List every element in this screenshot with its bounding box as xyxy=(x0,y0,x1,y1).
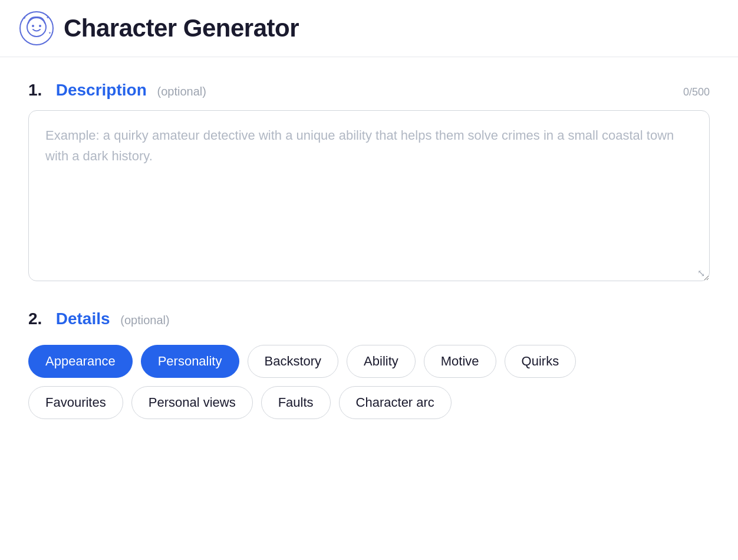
description-textarea-wrapper: ⤡ xyxy=(28,110,710,284)
section-2-optional: (optional) xyxy=(120,314,169,327)
app-title: Character Generator xyxy=(64,14,299,42)
svg-text:✦: ✦ xyxy=(46,15,50,19)
tag-appearance[interactable]: Appearance xyxy=(28,345,133,378)
details-section: 2. Details (optional) Appearance Persona… xyxy=(28,309,710,419)
main-content: 1. Description (optional) 0/500 ⤡ 2. Det… xyxy=(0,57,738,443)
section-2-number: 2. xyxy=(28,309,42,328)
tags-row-1: Appearance Personality Backstory Ability… xyxy=(28,345,710,378)
section-2-label: Details xyxy=(56,309,110,328)
tag-quirks[interactable]: Quirks xyxy=(505,345,576,378)
tag-backstory[interactable]: Backstory xyxy=(248,345,339,378)
app-logo-icon: ✦ ✦ ✦ xyxy=(19,11,54,46)
tag-favourites[interactable]: Favourites xyxy=(28,386,123,419)
svg-point-2 xyxy=(32,25,34,27)
section-1-label: Description xyxy=(56,81,147,99)
description-input[interactable] xyxy=(28,110,710,281)
description-section-header: 1. Description (optional) 0/500 xyxy=(28,81,710,100)
tags-row-2: Favourites Personal views Faults Charact… xyxy=(28,386,710,419)
tag-personal-views[interactable]: Personal views xyxy=(131,386,253,419)
tag-motive[interactable]: Motive xyxy=(424,345,496,378)
svg-text:✦: ✦ xyxy=(48,31,51,35)
tag-faults[interactable]: Faults xyxy=(261,386,331,419)
char-count: 0/500 xyxy=(683,86,710,98)
svg-point-3 xyxy=(39,25,41,27)
tag-personality[interactable]: Personality xyxy=(141,345,239,378)
tag-character-arc[interactable]: Character arc xyxy=(339,386,452,419)
tag-ability[interactable]: Ability xyxy=(347,345,416,378)
tags-container: Appearance Personality Backstory Ability… xyxy=(28,345,710,419)
section-1-optional: (optional) xyxy=(157,85,206,98)
details-section-header: 2. Details (optional) xyxy=(28,309,710,328)
app-header: ✦ ✦ ✦ Character Generator xyxy=(0,0,738,57)
svg-text:✦: ✦ xyxy=(22,15,27,21)
section-1-number: 1. xyxy=(28,81,42,99)
description-title: 1. Description (optional) xyxy=(28,81,206,100)
